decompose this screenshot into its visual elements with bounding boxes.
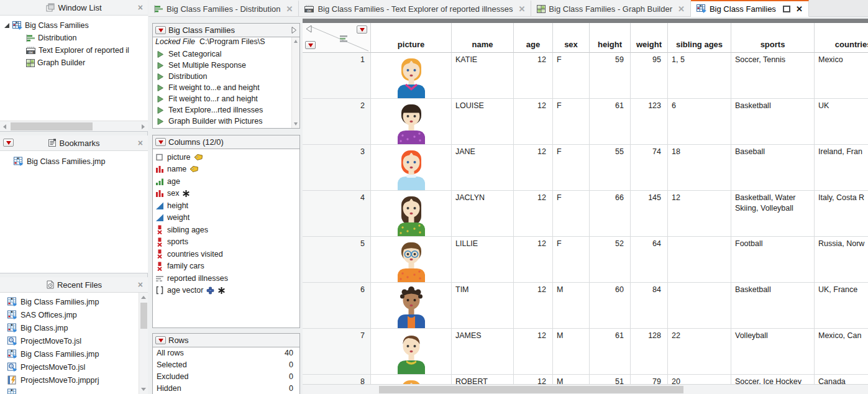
cell-height[interactable]: 59 [590, 53, 631, 99]
tab-document[interactable]: Big Class Families - Distribution✕ [148, 0, 299, 16]
column-item[interactable]: countries visited [153, 248, 299, 260]
recent-file-item[interactable] [0, 387, 148, 394]
expand-triangle-icon[interactable] [4, 22, 10, 29]
hscroll-thumb[interactable] [11, 122, 93, 131]
tab-close-icon[interactable]: ✕ [796, 4, 803, 14]
cell-countries[interactable]: Ireland, Fran [815, 145, 868, 191]
cell-sex[interactable]: F [553, 99, 590, 145]
cell-picture[interactable] [371, 53, 452, 99]
cell-name[interactable]: TIM [452, 283, 514, 329]
window-list-item[interactable]: Distribution [4, 32, 148, 44]
bookmark-item[interactable]: Big Class Families.jmp [0, 155, 148, 168]
column-item[interactable]: sibling ages [153, 224, 299, 236]
table-red-triangle-menu[interactable] [155, 26, 166, 34]
cell-countries[interactable]: Russia, Norw [815, 237, 868, 283]
column-header-height[interactable]: height [590, 23, 631, 53]
window-list-close-icon[interactable]: × [138, 2, 143, 12]
cell-sibling_ages[interactable]: 6 [668, 99, 731, 145]
recent-file-item[interactable]: SAS Offices.jmp [0, 308, 148, 321]
cell-picture[interactable] [371, 145, 452, 191]
columns-menu-red-triangle[interactable] [357, 25, 367, 34]
cell-picture[interactable] [371, 191, 452, 237]
scripts-vscrollbar[interactable] [291, 37, 299, 128]
recent-files-close-icon[interactable]: × [138, 280, 143, 290]
row-number-cell[interactable]: 3 [303, 145, 371, 191]
cell-sex[interactable]: M [553, 283, 590, 329]
tab-document[interactable]: Big Class Families - Graph Builder✕ [531, 0, 691, 16]
cell-sex[interactable]: F [553, 191, 590, 237]
column-item[interactable]: picture [153, 151, 299, 163]
cell-height[interactable]: 60 [590, 283, 631, 329]
tab-document[interactable]: dat Big Class Families - Text Explorer o… [299, 0, 531, 16]
cell-picture[interactable] [371, 99, 452, 145]
table-script-item[interactable]: Fit weight to...r and height [153, 93, 299, 104]
cell-name[interactable]: JANE [452, 145, 514, 191]
cell-sports[interactable]: Soccer, Tennis [731, 53, 815, 99]
cell-sex[interactable]: F [553, 53, 590, 99]
tab-close-icon[interactable]: ✕ [286, 4, 293, 14]
bookmarks-red-triangle-menu[interactable] [3, 139, 14, 147]
cell-countries[interactable]: Mexico [815, 53, 868, 99]
column-item[interactable]: height [153, 199, 299, 212]
column-header-name[interactable]: name [452, 23, 514, 53]
tab-close-icon[interactable]: ✕ [518, 4, 525, 14]
cell-sports[interactable]: Volleyball [731, 329, 815, 375]
cell-weight[interactable]: 95 [631, 53, 668, 99]
table-script-item[interactable]: Fit weight to...e and height [153, 82, 299, 93]
tab-close-icon[interactable]: ✕ [678, 4, 685, 14]
cell-age[interactable]: 12 [514, 53, 553, 99]
tab-maximize-icon[interactable] [783, 6, 790, 12]
cell-countries[interactable]: UK, France [815, 283, 868, 329]
row-number-cell[interactable]: 2 [303, 99, 371, 145]
row-number-cell[interactable]: 7 [303, 329, 371, 375]
window-list-hscrollbar[interactable] [0, 121, 148, 131]
table-script-item[interactable]: Distribution [153, 71, 299, 82]
table-script-item[interactable]: Set Categorical [153, 48, 299, 60]
column-header-weight[interactable]: weight [631, 23, 668, 53]
column-item[interactable]: sports [153, 236, 299, 249]
cell-age[interactable]: 12 [514, 237, 553, 283]
cell-age[interactable]: 12 [514, 99, 553, 145]
table-script-item[interactable]: Graph Builder with Pictures [153, 116, 299, 127]
run-script-icon[interactable] [157, 106, 164, 114]
row-number-cell[interactable]: 1 [303, 53, 371, 99]
recent-file-item[interactable]: ProjectMoveTo.jsl [0, 334, 148, 347]
row-number-cell[interactable]: 4 [303, 191, 371, 237]
cell-sex[interactable]: F [553, 237, 590, 283]
column-header-age[interactable]: age [514, 23, 553, 53]
run-script-icon[interactable] [157, 73, 164, 81]
rows-red-triangle-menu[interactable] [155, 336, 166, 344]
cell-sports[interactable]: Basketball [731, 283, 815, 329]
rows-stat[interactable]: All rows 40 [153, 349, 299, 360]
scroll-left-arrow-icon[interactable] [3, 124, 6, 129]
cell-weight[interactable]: 123 [631, 99, 668, 145]
cell-sports[interactable]: Basketball [731, 99, 815, 145]
window-list-item[interactable]: Graph Builder [4, 57, 148, 69]
cell-countries[interactable]: Mexico, Can [815, 329, 868, 375]
column-item[interactable]: family cars [153, 260, 299, 273]
scripts-scroll-up-icon[interactable] [294, 40, 298, 43]
cell-weight[interactable]: 64 [631, 237, 668, 283]
cell-picture[interactable] [371, 329, 452, 375]
recent-file-item[interactable]: Big Class Families.jmp [0, 295, 148, 308]
column-item[interactable]: age vector [153, 285, 299, 297]
rows-stat[interactable]: Excluded 0 [153, 372, 299, 384]
cell-sibling_ages[interactable] [668, 283, 731, 329]
cell-picture[interactable] [371, 237, 452, 283]
cell-name[interactable]: LILLIE [452, 237, 514, 283]
column-header-picture[interactable]: picture [371, 23, 452, 53]
column-item[interactable]: age [153, 175, 299, 188]
table-script-item[interactable]: Set Multiple Response [153, 60, 299, 71]
run-script-icon[interactable] [157, 117, 164, 126]
rows-menu-red-triangle[interactable] [305, 41, 316, 49]
column-header-sibling-ages[interactable]: sibling ages [668, 23, 731, 53]
run-script-icon[interactable] [157, 62, 164, 70]
cell-sex[interactable]: M [553, 329, 590, 375]
column-header-sex[interactable]: sex [553, 23, 590, 53]
column-header-countries-visited[interactable]: countries visited [815, 23, 868, 53]
rows-stat[interactable]: Hidden 0 [153, 384, 299, 394]
table-script-item[interactable]: Text Explore...rted illnesses [153, 104, 299, 116]
cell-height[interactable]: 66 [590, 191, 631, 237]
scroll-up-arrow-icon[interactable] [141, 296, 146, 299]
cell-sports[interactable]: Football [731, 237, 815, 283]
